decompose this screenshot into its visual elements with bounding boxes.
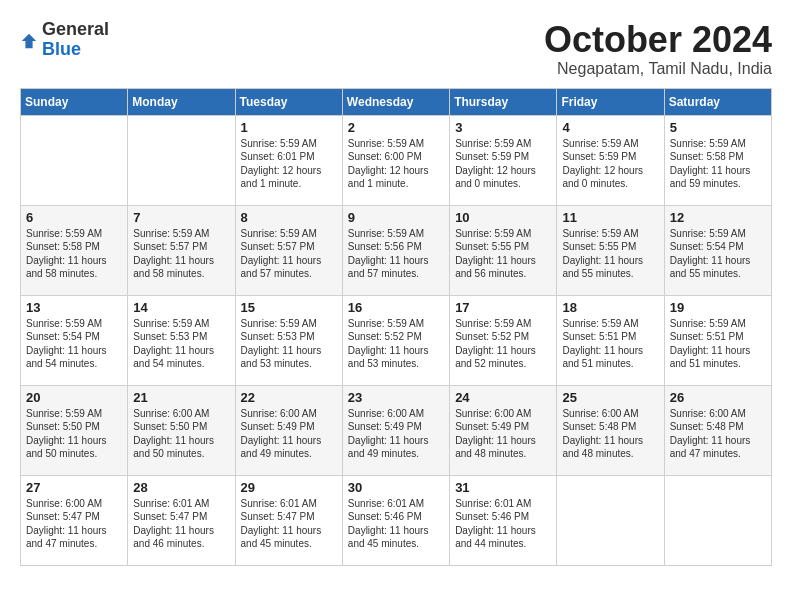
calendar-cell: 15Sunrise: 5:59 AM Sunset: 5:53 PM Dayli… [235, 295, 342, 385]
calendar-cell: 5Sunrise: 5:59 AM Sunset: 5:58 PM Daylig… [664, 115, 771, 205]
day-number: 27 [26, 480, 122, 495]
logo-text: General Blue [42, 20, 109, 60]
header-row: SundayMondayTuesdayWednesdayThursdayFrid… [21, 88, 772, 115]
calendar-cell: 30Sunrise: 6:01 AM Sunset: 5:46 PM Dayli… [342, 475, 449, 565]
calendar-cell: 27Sunrise: 6:00 AM Sunset: 5:47 PM Dayli… [21, 475, 128, 565]
day-number: 28 [133, 480, 229, 495]
calendar-cell: 31Sunrise: 6:01 AM Sunset: 5:46 PM Dayli… [450, 475, 557, 565]
cell-content: Sunrise: 6:00 AM Sunset: 5:47 PM Dayligh… [26, 497, 122, 551]
day-number: 19 [670, 300, 766, 315]
calendar-cell [21, 115, 128, 205]
week-row: 20Sunrise: 5:59 AM Sunset: 5:50 PM Dayli… [21, 385, 772, 475]
cell-content: Sunrise: 5:59 AM Sunset: 5:59 PM Dayligh… [562, 137, 658, 191]
col-header-monday: Monday [128, 88, 235, 115]
day-number: 1 [241, 120, 337, 135]
cell-content: Sunrise: 5:59 AM Sunset: 5:54 PM Dayligh… [670, 227, 766, 281]
col-header-saturday: Saturday [664, 88, 771, 115]
cell-content: Sunrise: 5:59 AM Sunset: 6:00 PM Dayligh… [348, 137, 444, 191]
cell-content: Sunrise: 5:59 AM Sunset: 5:52 PM Dayligh… [348, 317, 444, 371]
day-number: 12 [670, 210, 766, 225]
cell-content: Sunrise: 5:59 AM Sunset: 6:01 PM Dayligh… [241, 137, 337, 191]
day-number: 7 [133, 210, 229, 225]
calendar-cell: 9Sunrise: 5:59 AM Sunset: 5:56 PM Daylig… [342, 205, 449, 295]
svg-marker-0 [22, 34, 36, 48]
cell-content: Sunrise: 5:59 AM Sunset: 5:55 PM Dayligh… [455, 227, 551, 281]
calendar-cell: 13Sunrise: 5:59 AM Sunset: 5:54 PM Dayli… [21, 295, 128, 385]
logo: General Blue [20, 20, 109, 60]
day-number: 18 [562, 300, 658, 315]
cell-content: Sunrise: 5:59 AM Sunset: 5:56 PM Dayligh… [348, 227, 444, 281]
calendar-cell [664, 475, 771, 565]
calendar-cell: 12Sunrise: 5:59 AM Sunset: 5:54 PM Dayli… [664, 205, 771, 295]
day-number: 22 [241, 390, 337, 405]
day-number: 31 [455, 480, 551, 495]
calendar-cell: 4Sunrise: 5:59 AM Sunset: 5:59 PM Daylig… [557, 115, 664, 205]
cell-content: Sunrise: 6:00 AM Sunset: 5:49 PM Dayligh… [241, 407, 337, 461]
cell-content: Sunrise: 6:01 AM Sunset: 5:47 PM Dayligh… [133, 497, 229, 551]
day-number: 10 [455, 210, 551, 225]
week-row: 1Sunrise: 5:59 AM Sunset: 6:01 PM Daylig… [21, 115, 772, 205]
cell-content: Sunrise: 5:59 AM Sunset: 5:55 PM Dayligh… [562, 227, 658, 281]
calendar-cell: 2Sunrise: 5:59 AM Sunset: 6:00 PM Daylig… [342, 115, 449, 205]
calendar-cell: 21Sunrise: 6:00 AM Sunset: 5:50 PM Dayli… [128, 385, 235, 475]
cell-content: Sunrise: 6:00 AM Sunset: 5:50 PM Dayligh… [133, 407, 229, 461]
calendar-cell: 14Sunrise: 5:59 AM Sunset: 5:53 PM Dayli… [128, 295, 235, 385]
calendar-cell: 19Sunrise: 5:59 AM Sunset: 5:51 PM Dayli… [664, 295, 771, 385]
col-header-sunday: Sunday [21, 88, 128, 115]
calendar-cell: 18Sunrise: 5:59 AM Sunset: 5:51 PM Dayli… [557, 295, 664, 385]
calendar-cell: 17Sunrise: 5:59 AM Sunset: 5:52 PM Dayli… [450, 295, 557, 385]
cell-content: Sunrise: 5:59 AM Sunset: 5:57 PM Dayligh… [133, 227, 229, 281]
calendar-cell: 23Sunrise: 6:00 AM Sunset: 5:49 PM Dayli… [342, 385, 449, 475]
calendar-table: SundayMondayTuesdayWednesdayThursdayFrid… [20, 88, 772, 566]
logo-icon [20, 32, 38, 50]
cell-content: Sunrise: 6:00 AM Sunset: 5:49 PM Dayligh… [348, 407, 444, 461]
cell-content: Sunrise: 6:01 AM Sunset: 5:46 PM Dayligh… [348, 497, 444, 551]
cell-content: Sunrise: 6:00 AM Sunset: 5:49 PM Dayligh… [455, 407, 551, 461]
cell-content: Sunrise: 5:59 AM Sunset: 5:58 PM Dayligh… [670, 137, 766, 191]
calendar-cell: 20Sunrise: 5:59 AM Sunset: 5:50 PM Dayli… [21, 385, 128, 475]
day-number: 24 [455, 390, 551, 405]
day-number: 16 [348, 300, 444, 315]
cell-content: Sunrise: 5:59 AM Sunset: 5:53 PM Dayligh… [241, 317, 337, 371]
cell-content: Sunrise: 5:59 AM Sunset: 5:51 PM Dayligh… [562, 317, 658, 371]
day-number: 14 [133, 300, 229, 315]
calendar-cell: 1Sunrise: 5:59 AM Sunset: 6:01 PM Daylig… [235, 115, 342, 205]
calendar-cell: 8Sunrise: 5:59 AM Sunset: 5:57 PM Daylig… [235, 205, 342, 295]
calendar-cell [128, 115, 235, 205]
cell-content: Sunrise: 6:01 AM Sunset: 5:46 PM Dayligh… [455, 497, 551, 551]
day-number: 30 [348, 480, 444, 495]
day-number: 2 [348, 120, 444, 135]
calendar-cell: 24Sunrise: 6:00 AM Sunset: 5:49 PM Dayli… [450, 385, 557, 475]
day-number: 29 [241, 480, 337, 495]
day-number: 20 [26, 390, 122, 405]
day-number: 3 [455, 120, 551, 135]
day-number: 23 [348, 390, 444, 405]
calendar-cell: 25Sunrise: 6:00 AM Sunset: 5:48 PM Dayli… [557, 385, 664, 475]
day-number: 4 [562, 120, 658, 135]
day-number: 26 [670, 390, 766, 405]
col-header-tuesday: Tuesday [235, 88, 342, 115]
col-header-wednesday: Wednesday [342, 88, 449, 115]
col-header-thursday: Thursday [450, 88, 557, 115]
cell-content: Sunrise: 5:59 AM Sunset: 5:57 PM Dayligh… [241, 227, 337, 281]
day-number: 13 [26, 300, 122, 315]
logo-blue: Blue [42, 40, 109, 60]
calendar-cell: 6Sunrise: 5:59 AM Sunset: 5:58 PM Daylig… [21, 205, 128, 295]
day-number: 15 [241, 300, 337, 315]
cell-content: Sunrise: 5:59 AM Sunset: 5:58 PM Dayligh… [26, 227, 122, 281]
logo-general: General [42, 20, 109, 40]
calendar-cell [557, 475, 664, 565]
calendar-cell: 29Sunrise: 6:01 AM Sunset: 5:47 PM Dayli… [235, 475, 342, 565]
day-number: 25 [562, 390, 658, 405]
col-header-friday: Friday [557, 88, 664, 115]
day-number: 5 [670, 120, 766, 135]
page-header: General Blue October 2024 Negapatam, Tam… [20, 20, 772, 78]
cell-content: Sunrise: 5:59 AM Sunset: 5:54 PM Dayligh… [26, 317, 122, 371]
calendar-cell: 10Sunrise: 5:59 AM Sunset: 5:55 PM Dayli… [450, 205, 557, 295]
week-row: 27Sunrise: 6:00 AM Sunset: 5:47 PM Dayli… [21, 475, 772, 565]
location: Negapatam, Tamil Nadu, India [544, 60, 772, 78]
week-row: 13Sunrise: 5:59 AM Sunset: 5:54 PM Dayli… [21, 295, 772, 385]
title-block: October 2024 Negapatam, Tamil Nadu, Indi… [544, 20, 772, 78]
cell-content: Sunrise: 5:59 AM Sunset: 5:59 PM Dayligh… [455, 137, 551, 191]
cell-content: Sunrise: 5:59 AM Sunset: 5:52 PM Dayligh… [455, 317, 551, 371]
